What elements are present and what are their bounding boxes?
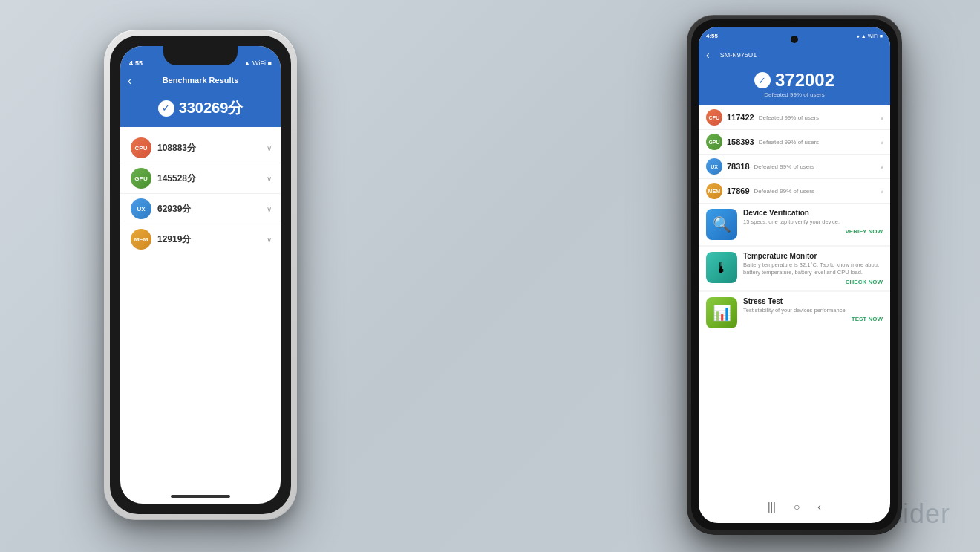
stress-test-icon: 📊	[706, 297, 737, 328]
samsung-body: 4:55 ● ▲ WiFi ■ ‹ SM-N975U1	[687, 15, 902, 535]
temperature-monitor-card: 🌡 Temperature Monitor Battery temperatur…	[699, 247, 890, 290]
temperature-monitor-title: Temperature Monitor	[743, 252, 883, 260]
samsung-device-id: SM-N975U1	[720, 51, 757, 59]
iphone-wifi-icon: WiFi	[252, 59, 266, 67]
iphone-cpu-chevron-icon: ∨	[267, 144, 272, 152]
samsung-ux-label: Defeated 99% of users	[754, 163, 814, 170]
iphone-header-title: Benchmark Results	[163, 76, 239, 85]
samsung-score-value: 372002	[775, 70, 834, 91]
samsung-ux-row: UX 78318 Defeated 99% of users ∨	[699, 155, 890, 179]
samsung-ux-chevron-icon: ∨	[880, 163, 884, 170]
iphone-inner: 4:55 ▲ WiFi ■ ‹ Benchmark Results	[110, 36, 291, 514]
iphone-status-icons: ▲ WiFi ■	[244, 59, 272, 67]
temperature-monitor-content: Temperature Monitor Battery temperature …	[743, 252, 883, 285]
samsung-gpu-row: GPU 158393 Defeated 99% of users ∨	[699, 130, 890, 155]
samsung-camera-icon	[791, 36, 798, 43]
iphone-score-value: 330269分	[179, 98, 244, 118]
iphone-gpu-badge: GPU	[131, 168, 151, 189]
iphone-body: 4:55 ▲ WiFi ■ ‹ Benchmark Results	[104, 30, 297, 520]
iphone-ux-chevron-icon: ∨	[267, 205, 272, 213]
stress-test-content: Stress Test Test stability of your devic…	[743, 297, 883, 323]
samsung-back-nav-button[interactable]: ‹	[817, 501, 821, 513]
samsung-gpu-chevron-icon: ∨	[880, 139, 884, 146]
samsung-cpu-score: 117422	[727, 113, 754, 122]
samsung-screen: 4:55 ● ▲ WiFi ■ ‹ SM-N975U1	[699, 27, 890, 523]
samsung-gpu-label: Defeated 99% of users	[759, 139, 819, 146]
samsung-inner: 4:55 ● ▲ WiFi ■ ‹ SM-N975U1	[691, 19, 898, 530]
samsung-time: 4:55	[706, 33, 718, 39]
device-verification-card: 🔍 Device Verification 15 specs, one tap …	[699, 204, 890, 245]
samsung-cpu-badge: CPU	[706, 109, 722, 126]
samsung-recent-apps-button[interactable]: |||	[768, 501, 776, 513]
samsung-device: 4:55 ● ▲ WiFi ■ ‹ SM-N975U1	[687, 15, 902, 535]
samsung-ux-badge: UX	[706, 158, 722, 175]
samsung-cpu-row: CPU 117422 Defeated 99% of users ∨	[699, 105, 890, 130]
stress-test-desc: Test stability of your devices performan…	[743, 307, 883, 314]
samsung-signal-icon: ▲	[861, 33, 866, 39]
stress-test-title: Stress Test	[743, 297, 883, 305]
iphone-gpu-score: 145528分	[157, 172, 196, 185]
samsung-home-button[interactable]: ○	[794, 501, 800, 513]
iphone-battery-icon: ■	[268, 59, 272, 67]
stress-test-card: 📊 Stress Test Test stability of your dev…	[699, 292, 890, 334]
temperature-monitor-icon: 🌡	[706, 252, 737, 283]
device-verification-desc: 15 specs, one tap to verify your device.	[743, 218, 883, 226]
iphone-cpu-row: CPU 108883分 ∨	[120, 133, 281, 163]
iphone-mem-chevron-icon: ∨	[267, 236, 272, 244]
samsung-status-icons: ● ▲ WiFi ■	[857, 33, 883, 39]
test-now-button[interactable]: TEST NOW	[743, 316, 883, 322]
samsung-wifi-icon: WiFi	[868, 33, 878, 39]
samsung-mem-label: Defeated 99% of users	[754, 188, 814, 195]
iphone-subscores: CPU 108883分 ∨ GPU 145528分 ∨ UX 62939分 ∨	[120, 127, 281, 260]
iphone-ux-badge: UX	[131, 198, 151, 219]
samsung-mem-row: MEM 17869 Defeated 99% of users ∨	[699, 179, 890, 204]
magnifier-icon: 🔍	[713, 215, 731, 233]
iphone-time: 4:55	[129, 59, 143, 67]
samsung-cpu-chevron-icon: ∨	[880, 114, 884, 121]
samsung-nav-buttons: ||| ○ ‹	[768, 501, 821, 513]
samsung-mem-score: 17869	[727, 186, 750, 195]
iphone-back-button[interactable]: ‹	[128, 74, 131, 88]
device-verification-title: Device Verification	[743, 209, 883, 217]
samsung-mem-chevron-icon: ∨	[880, 188, 884, 195]
iphone-ux-score: 62939分	[157, 203, 191, 215]
iphone-cpu-badge: CPU	[131, 137, 151, 158]
samsung-app-nav: ‹ SM-N975U1	[699, 45, 890, 65]
device-verification-icon: 🔍	[706, 209, 737, 240]
feature-cards-list: 🔍 Device Verification 15 specs, one tap …	[699, 204, 890, 334]
iphone-mem-score: 12919分	[157, 233, 191, 246]
samsung-gpu-badge: GPU	[706, 134, 722, 150]
waveform-icon: 📊	[713, 304, 731, 322]
iphone-screen: 4:55 ▲ WiFi ■ ‹ Benchmark Results	[120, 46, 281, 504]
check-now-button[interactable]: CHECK NOW	[743, 279, 883, 285]
iphone-score-section: ✓ 330269分	[120, 92, 281, 127]
samsung-subscores: CPU 117422 Defeated 99% of users ∨ GPU 1…	[699, 105, 890, 204]
samsung-dot-icon: ●	[857, 33, 860, 39]
samsung-cpu-label: Defeated 99% of users	[759, 114, 819, 121]
iphone-notch	[163, 46, 238, 65]
iphone-app-header: ‹ Benchmark Results	[120, 70, 281, 92]
samsung-check-icon: ✓	[754, 72, 771, 88]
iphone-mem-row: MEM 12919分 ∨	[120, 224, 281, 254]
iphone-gpu-row: GPU 145528分 ∨	[120, 163, 281, 194]
iphone-mem-badge: MEM	[131, 229, 151, 250]
samsung-score-section: ✓ 372002 Defeated 99% of users	[699, 65, 890, 105]
samsung-score-subtitle: Defeated 99% of users	[699, 91, 890, 98]
samsung-gpu-score: 158393	[727, 137, 754, 146]
iphone-home-bar	[171, 495, 230, 498]
samsung-mem-badge: MEM	[706, 183, 722, 199]
samsung-back-button[interactable]: ‹	[706, 49, 710, 61]
device-verification-content: Device Verification 15 specs, one tap to…	[743, 209, 883, 235]
samsung-ux-score: 78318	[727, 162, 750, 171]
thermometer-icon: 🌡	[714, 259, 729, 276]
iphone-cpu-score: 108883分	[157, 142, 196, 155]
iphone-check-icon: ✓	[158, 100, 174, 117]
iphone-signal-icon: ▲	[244, 59, 251, 67]
verify-now-button[interactable]: VERIFY NOW	[743, 228, 883, 235]
temperature-monitor-desc: Battery temperature is 32.1°C. Tap to kn…	[743, 262, 883, 276]
samsung-battery-icon: ■	[880, 33, 883, 39]
iphone-ux-row: UX 62939分 ∨	[120, 194, 281, 224]
iphone-device: 4:55 ▲ WiFi ■ ‹ Benchmark Results	[104, 30, 297, 520]
iphone-gpu-chevron-icon: ∨	[267, 175, 272, 183]
